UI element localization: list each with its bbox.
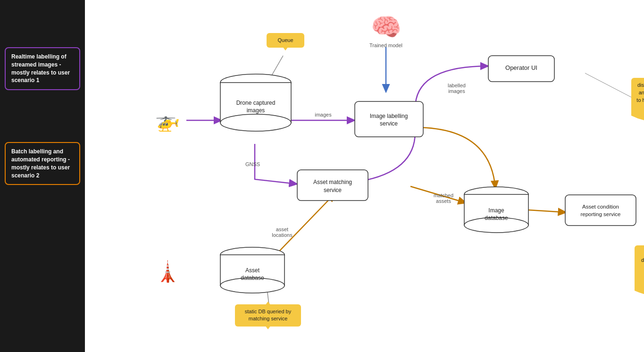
callout-operator-ui: displays labelled images and matched ass… [631,78,644,116]
svg-text:Asset matching: Asset matching [313,179,352,185]
svg-text:matched: matched [434,193,453,198]
svg-text:assets: assets [436,198,451,204]
svg-text:database: database [485,215,508,221]
svg-text:service: service [380,120,398,127]
svg-text:🗼: 🗼 [155,260,180,284]
svg-text:labelled: labelled [448,83,466,88]
svg-text:Image labelling: Image labelling [370,113,408,119]
svg-text:database: database [241,275,264,281]
svg-text:images: images [448,88,465,94]
sidebar-box-batch: Batch labelling and automated reporting … [5,142,80,185]
svg-text:Trained model: Trained model [369,42,402,48]
svg-text:🚁: 🚁 [155,109,180,133]
svg-text:Asset: Asset [245,267,260,274]
sidebar: Realtime labelling of streamed images - … [0,0,85,352]
svg-rect-30 [565,195,636,226]
diagram-area: Drone captured images Image labelling se… [85,0,644,352]
svg-text:🧠: 🧠 [371,12,401,42]
svg-text:Drone captured: Drone captured [236,100,276,106]
callout-static-db: static DB queried by matching service [235,304,301,327]
svg-text:service: service [324,187,342,193]
callout-queue: Queue [267,33,304,48]
svg-text:locations: locations [272,232,293,238]
sidebar-box-realtime: Realtime labelling of streamed images - … [5,47,80,90]
svg-point-14 [220,114,291,131]
svg-text:reporting service: reporting service [580,211,620,217]
svg-text:Operator UI: Operator UI [505,64,537,71]
svg-text:images: images [315,112,332,117]
svg-text:images: images [247,107,265,114]
svg-text:GNSS: GNSS [245,161,260,167]
svg-text:Image: Image [488,207,504,214]
svg-text:Asset condition: Asset condition [582,204,619,210]
callout-asset-condition: Collates images and determines condition… [635,245,644,291]
svg-line-7 [528,210,566,212]
svg-text:asset: asset [276,226,288,232]
